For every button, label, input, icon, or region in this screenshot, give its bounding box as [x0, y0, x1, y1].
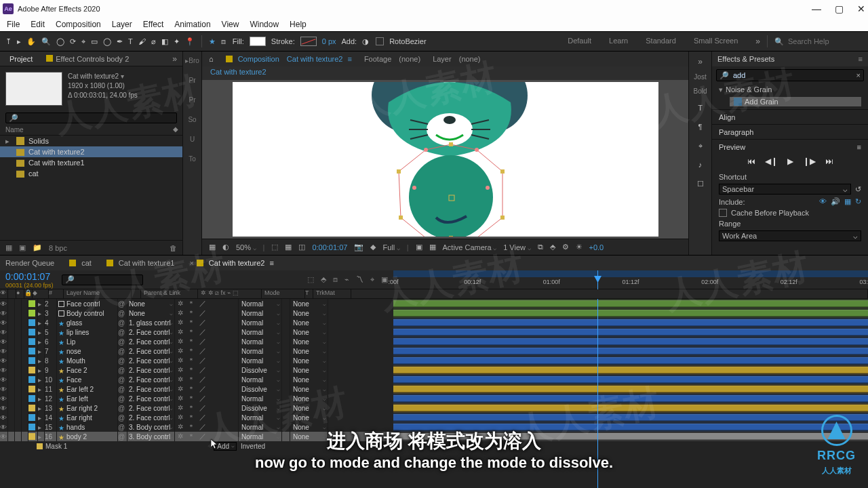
- layer-row[interactable]: 👁▸15★hands@3. Body contrl✲ ＊ ／NormalNone: [0, 422, 393, 432]
- workspace-small[interactable]: Small Screen: [694, 37, 738, 46]
- include-overlay-icon[interactable]: ▦: [844, 197, 851, 206]
- trkmat-dropdown[interactable]: None: [290, 308, 328, 318]
- roto-tool-icon[interactable]: ✦: [174, 37, 180, 46]
- pickwhip-icon[interactable]: @: [118, 356, 127, 365]
- layer-row[interactable]: 👁▸5★lip lines@2. Face contrl✲ ＊ ／NormalN…: [0, 327, 393, 337]
- video-toggle[interactable]: 👁: [0, 346, 8, 356]
- video-toggle[interactable]: 👁: [0, 299, 8, 308]
- pickwhip-icon[interactable]: @: [118, 308, 127, 318]
- composition-viewer[interactable]: [202, 80, 688, 239]
- project-overflow-icon[interactable]: »: [172, 54, 177, 64]
- project-item[interactable]: cat: [0, 168, 182, 179]
- project-item[interactable]: Cat with texture1: [0, 157, 182, 168]
- twirl-icon[interactable]: ▸: [38, 318, 45, 327]
- mask-mode-dropdown[interactable]: Add: [214, 442, 237, 451]
- comp-exposure[interactable]: +0.0: [589, 243, 604, 251]
- hand-tool-icon[interactable]: ✋: [26, 37, 36, 46]
- video-toggle[interactable]: 👁: [0, 337, 8, 346]
- effects-group[interactable]: ▾Noise & Grain: [712, 84, 868, 96]
- tl-brainstorm-icon[interactable]: ⌖: [370, 275, 374, 284]
- tab-timeline-cat[interactable]: cat: [69, 259, 92, 267]
- project-name-header[interactable]: Name: [5, 126, 24, 134]
- tab-footage[interactable]: Footage (none): [364, 55, 420, 63]
- current-timecode[interactable]: 0:00:01:07: [5, 271, 54, 282]
- pickwhip-icon[interactable]: @: [118, 299, 127, 308]
- menu-help[interactable]: Help: [290, 20, 307, 29]
- pickwhip-icon[interactable]: @: [118, 413, 127, 422]
- video-toggle[interactable]: 👁: [0, 365, 8, 375]
- add-menu-icon[interactable]: ◑: [362, 37, 369, 46]
- pickwhip-icon[interactable]: @: [118, 346, 127, 356]
- layer-bars[interactable]: [393, 299, 868, 488]
- col-label-icon[interactable]: ◆: [33, 289, 49, 298]
- include-loop-icon[interactable]: ↻: [855, 197, 861, 206]
- comp-views[interactable]: 1 View: [503, 243, 530, 251]
- layer-row[interactable]: 👁▸13★Ear right 2@2. Face contrl✲ ＊ ／Diss…: [0, 403, 393, 413]
- col-t[interactable]: T: [305, 289, 313, 298]
- trkmat-dropdown[interactable]: None: [290, 299, 328, 308]
- interpret-icon[interactable]: ▦: [5, 243, 12, 252]
- timeline-search[interactable]: 🔎: [62, 274, 143, 285]
- menu-view[interactable]: View: [222, 20, 239, 29]
- parent-dropdown[interactable]: 2. Face contrl: [127, 327, 175, 337]
- range-dropdown[interactable]: Work Area⌵: [719, 230, 861, 241]
- clone-tool-icon[interactable]: ⌀: [151, 37, 156, 46]
- first-frame-button[interactable]: ⏮: [747, 157, 755, 166]
- twirl-icon[interactable]: ▸: [38, 299, 45, 308]
- trkmat-dropdown[interactable]: None: [290, 365, 328, 375]
- comp-region-icon[interactable]: ▣: [416, 243, 422, 251]
- blend-mode-dropdown[interactable]: Normal: [239, 432, 282, 441]
- new-folder-icon[interactable]: 📁: [33, 243, 42, 252]
- col-video-icon[interactable]: 👁: [0, 289, 8, 298]
- blend-mode-dropdown[interactable]: Normal: [239, 356, 282, 365]
- pickwhip-icon[interactable]: @: [118, 375, 127, 384]
- project-item[interactable]: ▸Solids: [0, 136, 182, 146]
- parent-dropdown[interactable]: 2. Face contrl: [127, 394, 175, 403]
- pickwhip-icon[interactable]: @: [118, 365, 127, 375]
- maximize-button[interactable]: ▢: [835, 3, 844, 14]
- twirl-icon[interactable]: ▸: [38, 422, 45, 432]
- checkbox-row[interactable]: ☐: [694, 178, 707, 190]
- col-audio-icon[interactable]: [8, 289, 16, 298]
- workspace-standard[interactable]: Standard: [646, 37, 676, 46]
- stroke-width[interactable]: 0 px: [322, 37, 336, 45]
- effects-presets-menu-icon[interactable]: ≡: [859, 55, 863, 63]
- pen-tool-icon[interactable]: ✒: [117, 37, 123, 46]
- tab-effect-controls[interactable]: Effect Controls body 2: [42, 54, 133, 64]
- shortcut-reset-icon[interactable]: ↺: [855, 185, 861, 194]
- layer-row[interactable]: 👁▸8★Mouth@2. Face contrl✲ ＊ ／NormalNone: [0, 356, 393, 365]
- col-trkmat[interactable]: TrkMat: [313, 289, 351, 298]
- collapsed-so[interactable]: So: [188, 116, 196, 123]
- twirl-icon[interactable]: ▸: [38, 384, 45, 394]
- video-toggle[interactable]: 👁: [0, 356, 8, 365]
- menu-edit[interactable]: Edit: [31, 20, 45, 29]
- pickwhip-icon[interactable]: @: [118, 318, 127, 327]
- blend-mode-dropdown[interactable]: Normal: [239, 413, 282, 422]
- layer-row[interactable]: 👁▸9★Face 2@2. Face contrl✲ ＊ ／DissolveNo…: [0, 365, 393, 375]
- parent-dropdown[interactable]: 1. glass contrl: [127, 318, 175, 327]
- trkmat-dropdown[interactable]: None: [290, 422, 328, 432]
- comp-zoom[interactable]: 50%: [236, 243, 256, 251]
- orbit-tool-icon[interactable]: ◯: [56, 37, 64, 46]
- twirl-icon[interactable]: ▸: [38, 375, 45, 384]
- trkmat-dropdown[interactable]: None: [290, 403, 328, 413]
- type-tool-icon[interactable]: T: [128, 37, 133, 45]
- blend-mode-dropdown[interactable]: Dissolve: [239, 365, 282, 375]
- collapsed-u[interactable]: U: [190, 136, 195, 143]
- time-ruler[interactable]: :00f00:12f01:00f01:12f02:00f02:12f03:00f: [393, 270, 868, 289]
- help-search-input[interactable]: [788, 37, 863, 45]
- video-toggle[interactable]: 👁: [0, 422, 8, 432]
- collapsed-to[interactable]: To: [189, 155, 196, 163]
- comp-grid-icon[interactable]: ▦: [285, 243, 292, 251]
- parent-dropdown[interactable]: 2. Face contrl: [127, 356, 175, 365]
- trkmat-dropdown[interactable]: None: [290, 394, 328, 403]
- tl-draft3d-icon[interactable]: ⬘: [321, 275, 326, 284]
- label-column-icon[interactable]: ◆: [173, 125, 178, 133]
- video-toggle[interactable]: 👁: [0, 413, 8, 422]
- video-toggle[interactable]: 👁: [0, 384, 8, 394]
- puppet-tool-icon[interactable]: 📍: [185, 37, 195, 46]
- tab-timeline-cat1[interactable]: Cat with texture1: [106, 259, 175, 267]
- pickwhip-icon[interactable]: @: [118, 337, 127, 346]
- comp-draft-icon[interactable]: ⬘: [550, 243, 555, 251]
- effects-search-clear-icon[interactable]: ×: [856, 71, 861, 79]
